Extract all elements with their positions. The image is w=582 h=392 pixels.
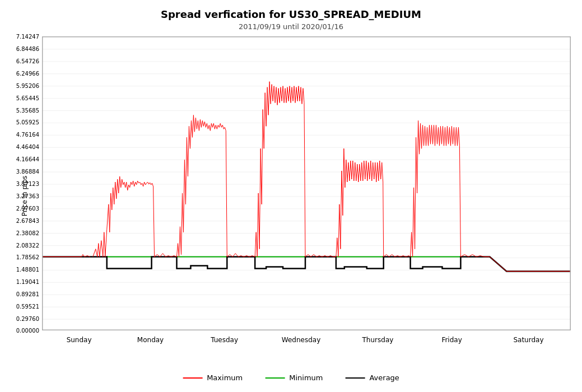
legend-item: Maximum bbox=[183, 374, 243, 382]
x-tick: Friday bbox=[441, 336, 462, 344]
legend-line bbox=[183, 377, 202, 379]
chart-svg bbox=[43, 37, 570, 330]
y-tick: 2.97603 bbox=[16, 206, 39, 212]
chart-area bbox=[42, 36, 571, 330]
y-tick: 4.76164 bbox=[16, 132, 39, 138]
y-tick: 1.78562 bbox=[16, 254, 39, 260]
legend-label: Average bbox=[369, 374, 399, 382]
x-tick: Wednesday bbox=[282, 336, 320, 344]
y-tick: 5.35685 bbox=[16, 107, 39, 113]
y-tick: 4.46404 bbox=[16, 144, 39, 150]
chart-title: Spread verfication for US30_SPREAD_MEDIU… bbox=[0, 0, 582, 20]
y-tick: 6.24966 bbox=[16, 70, 39, 76]
y-tick: 0.29760 bbox=[16, 316, 39, 322]
y-tick: 5.05925 bbox=[16, 119, 39, 125]
x-tick: Thursday bbox=[362, 336, 394, 344]
y-tick: 4.16644 bbox=[16, 156, 39, 162]
legend-line bbox=[265, 377, 285, 379]
y-tick: 2.08322 bbox=[16, 242, 39, 248]
chart-legend: MaximumMinimumAverage bbox=[183, 374, 399, 382]
legend-label: Minimum bbox=[289, 374, 323, 382]
legend-item: Average bbox=[345, 374, 399, 382]
y-tick: 3.86884 bbox=[16, 168, 39, 174]
legend-line bbox=[345, 377, 365, 379]
y-tick: 1.19041 bbox=[16, 279, 39, 285]
y-tick: 3.27363 bbox=[16, 193, 39, 199]
y-tick: 0.59521 bbox=[16, 303, 39, 309]
y-tick: 0.00000 bbox=[16, 328, 39, 334]
y-ticks: 7.142476.844866.547266.249665.952065.654… bbox=[0, 36, 42, 330]
chart-container: Spread verfication for US30_SPREAD_MEDIU… bbox=[0, 0, 582, 392]
y-tick: 1.48801 bbox=[16, 267, 39, 273]
svg-rect-28 bbox=[43, 37, 570, 330]
y-tick: 2.38082 bbox=[16, 230, 39, 236]
x-tick: Saturday bbox=[513, 336, 543, 344]
chart-subtitle: 2011/09/19 until 2020/01/16 bbox=[0, 22, 582, 31]
legend-label: Maximum bbox=[207, 374, 243, 382]
x-ticks: SundayMondayTuesdayWednesdayThursdayFrid… bbox=[42, 333, 571, 350]
y-tick: 7.14247 bbox=[16, 34, 39, 40]
y-tick: 6.84486 bbox=[16, 46, 39, 52]
legend-item: Minimum bbox=[265, 374, 323, 382]
x-tick: Sunday bbox=[67, 336, 92, 344]
x-tick: Tuesday bbox=[211, 336, 238, 344]
y-tick: 5.65445 bbox=[16, 95, 39, 101]
y-tick: 3.57123 bbox=[16, 181, 39, 187]
y-tick: 0.89281 bbox=[16, 291, 39, 297]
y-tick: 5.95206 bbox=[16, 82, 39, 88]
y-tick: 2.67843 bbox=[16, 217, 39, 223]
x-tick: Monday bbox=[137, 336, 164, 344]
y-tick: 6.54726 bbox=[16, 58, 39, 64]
